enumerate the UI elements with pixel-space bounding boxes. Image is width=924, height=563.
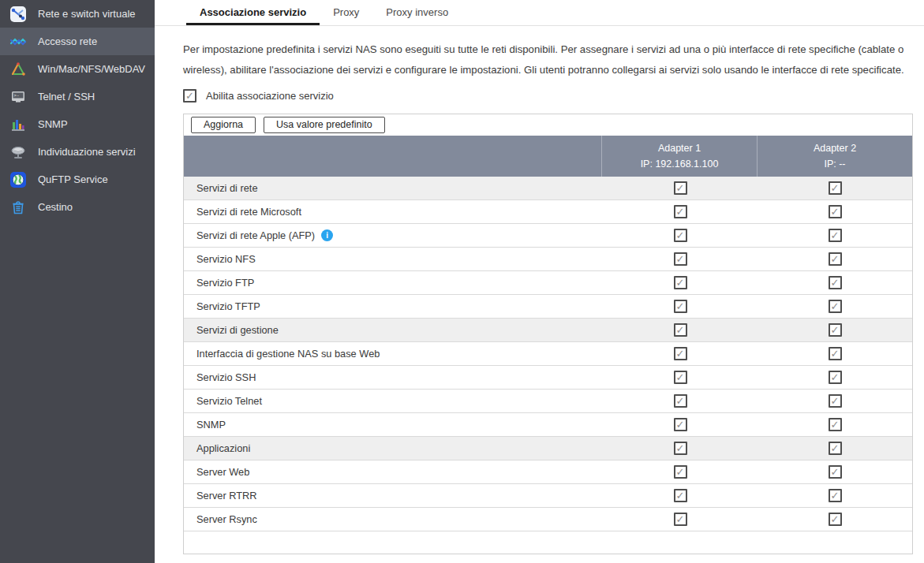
- table-header: Adapter 1 IP: 192.168.1.100 Adapter 2 IP…: [184, 136, 912, 177]
- service-checkbox[interactable]: ✓: [829, 300, 842, 313]
- row-label: Servizio NFS: [184, 253, 603, 265]
- table-row: Servizio NFS✓✓: [184, 248, 912, 271]
- row-label: Servizio FTP: [184, 277, 603, 289]
- table-row: Server Web✓✓: [184, 460, 912, 484]
- table-row: Servizio SSH✓✓: [184, 366, 912, 390]
- service-checkbox[interactable]: ✓: [674, 205, 687, 218]
- sidebar-item-accesso-rete[interactable]: Accesso rete: [0, 28, 155, 55]
- service-checkbox[interactable]: ✓: [829, 442, 842, 455]
- sidebar-item-label: SNMP: [38, 118, 68, 130]
- service-checkbox[interactable]: ✓: [829, 371, 842, 384]
- service-checkbox[interactable]: ✓: [674, 394, 687, 408]
- service-checkbox[interactable]: ✓: [829, 347, 842, 360]
- info-icon[interactable]: i: [321, 229, 333, 241]
- adapter-cell: ✓: [603, 418, 758, 431]
- enable-service-binding-row: ✓ Abilita associazione servizio: [183, 89, 913, 103]
- sidebar-item-quftp-service[interactable]: QuFTP Service: [0, 166, 155, 193]
- tab-label: Associazione servizio: [200, 6, 306, 18]
- service-checkbox[interactable]: ✓: [674, 252, 687, 266]
- row-label: Servizio SSH: [184, 371, 603, 383]
- table-row: Servizio FTP✓✓: [184, 271, 912, 295]
- enable-service-binding-checkbox[interactable]: ✓: [183, 89, 196, 103]
- row-label: Servizi di rete: [184, 182, 603, 194]
- main-panel: Associazione servizio Proxy Proxy invers…: [155, 0, 924, 563]
- adapter-cell: ✓: [603, 394, 758, 408]
- refresh-button[interactable]: Aggiorna: [191, 117, 256, 133]
- service-checkbox[interactable]: ✓: [829, 252, 842, 266]
- adapter-cell: ✓: [758, 300, 912, 313]
- sidebar-item-individuazione-servizi[interactable]: Individuazione servizi: [0, 138, 155, 166]
- adapter-cell: ✓: [758, 252, 912, 266]
- sidebar-item-snmp[interactable]: SNMP: [0, 110, 155, 138]
- network-switch-icon: [9, 5, 28, 24]
- table-row: Servizio TFTP✓✓: [184, 295, 912, 319]
- service-checkbox[interactable]: ✓: [674, 513, 687, 526]
- adapter-cell: ✓: [758, 418, 912, 431]
- service-checkbox[interactable]: ✓: [829, 489, 842, 502]
- service-checkbox[interactable]: ✓: [829, 229, 842, 242]
- adapter2-title: Adapter 2: [814, 143, 856, 154]
- adapter-cell: ✓: [603, 465, 758, 479]
- sidebar-item-rete-e-switch-virtuale[interactable]: Rete e switch virtuale: [0, 0, 155, 28]
- toolbar: Aggiorna Usa valore predefinito: [184, 114, 912, 136]
- adapter-cell: ✓: [603, 276, 758, 289]
- sidebar-item-cestino[interactable]: Cestino: [0, 193, 155, 221]
- service-checkbox[interactable]: ✓: [674, 276, 687, 289]
- adapter-cell: ✓: [603, 181, 758, 195]
- adapter-cell: ✓: [603, 489, 758, 502]
- tab-content: Per impostazione predefinita i servizi N…: [155, 39, 924, 554]
- row-label: Server RTRR: [184, 490, 603, 501]
- tab-proxy[interactable]: Proxy: [320, 2, 372, 25]
- service-checkbox[interactable]: ✓: [829, 205, 842, 218]
- sidebar-item-label: Telnet / SSH: [38, 91, 95, 103]
- service-checkbox[interactable]: ✓: [674, 371, 687, 384]
- sidebar-item-label: Win/Mac/NFS/WebDAV: [38, 63, 145, 75]
- network-access-icon: [9, 32, 28, 51]
- sidebar-item-win-mac-nfs-webdav[interactable]: Win/Mac/NFS/WebDAV: [0, 55, 155, 83]
- row-label: Servizio TFTP: [184, 300, 603, 312]
- satellite-dish-icon: [9, 143, 28, 162]
- adapter-cell: ✓: [603, 205, 758, 218]
- service-checkbox[interactable]: ✓: [674, 300, 687, 313]
- table-row: Servizi di rete✓✓: [184, 177, 912, 200]
- adapter-cell: ✓: [758, 394, 912, 408]
- sidebar-item-telnet-ssh[interactable]: >- Telnet / SSH: [0, 83, 155, 110]
- service-checkbox[interactable]: ✓: [829, 181, 842, 195]
- row-label: Applicazioni: [184, 442, 603, 454]
- service-checkbox[interactable]: ✓: [674, 229, 687, 242]
- table-row: Servizi di rete Apple (AFP)i✓✓: [184, 224, 912, 248]
- service-checkbox[interactable]: ✓: [674, 465, 687, 479]
- row-label: Servizi di gestione: [184, 324, 603, 336]
- tab-associazione-servizio[interactable]: Associazione servizio: [186, 2, 320, 25]
- adapter-cell: ✓: [758, 371, 912, 384]
- row-label: Server Web: [184, 466, 603, 478]
- use-default-button[interactable]: Usa valore predefinito: [264, 117, 385, 133]
- adapter-cell: ✓: [603, 252, 758, 266]
- table-row: Servizi di gestione✓✓: [184, 319, 912, 342]
- tab-label: Proxy: [333, 6, 359, 18]
- row-label: Server Rsync: [184, 513, 603, 525]
- service-checkbox[interactable]: ✓: [674, 442, 687, 455]
- adapter-cell: ✓: [758, 205, 912, 218]
- adapter-cell: ✓: [758, 347, 912, 360]
- service-checkbox[interactable]: ✓: [674, 489, 687, 502]
- service-checkbox[interactable]: ✓: [674, 347, 687, 360]
- service-checkbox[interactable]: ✓: [829, 323, 842, 337]
- service-checkbox[interactable]: ✓: [674, 181, 687, 195]
- table-row: Server Rsync✓✓: [184, 508, 912, 531]
- adapter-cell: ✓: [603, 229, 758, 242]
- service-checkbox[interactable]: ✓: [829, 465, 842, 479]
- trash-icon: [9, 198, 28, 217]
- adapter-cell: ✓: [758, 323, 912, 337]
- service-checkbox[interactable]: ✓: [829, 394, 842, 408]
- sidebar-item-label: Individuazione servizi: [38, 146, 136, 158]
- tab-proxy-inverso[interactable]: Proxy inverso: [372, 2, 462, 25]
- service-checkbox[interactable]: ✓: [829, 276, 842, 289]
- service-checkbox[interactable]: ✓: [829, 513, 842, 526]
- adapter-cell: ✓: [758, 489, 912, 502]
- adapter-cell: ✓: [758, 465, 912, 479]
- service-checkbox[interactable]: ✓: [674, 323, 687, 337]
- sidebar-item-label: QuFTP Service: [38, 173, 108, 185]
- service-checkbox[interactable]: ✓: [674, 418, 687, 431]
- service-checkbox[interactable]: ✓: [829, 418, 842, 431]
